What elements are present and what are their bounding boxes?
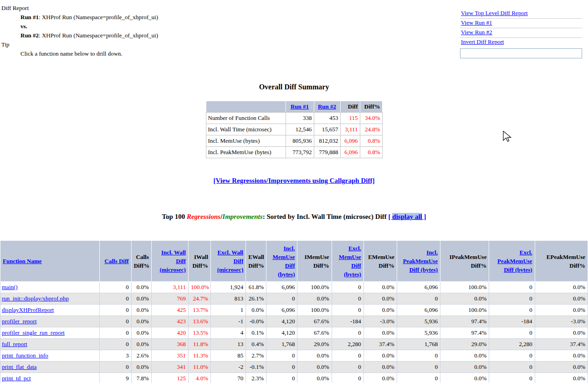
heading-prefix: Top 100 [162, 213, 186, 220]
summary-row-peakmemuse: Incl. PeakMemUse (bytes) 773,792 779,888… [206, 147, 382, 158]
sort-link-incl-wall-diff-microsec[interactable]: Incl. Wall Diff (microsec) [159, 249, 186, 273]
summary-run2-value: 812,032 [314, 135, 340, 147]
cell-ipeakmemuse-diff: 0.0% [440, 362, 489, 373]
cell-incl-wall-diff-microsec: 423 [151, 316, 188, 327]
display-all-link[interactable]: [ display all ] [389, 213, 426, 220]
cell-excl-wall-diff-microsec: 1,924 [211, 282, 246, 293]
cell-epeakmemuse-diff: 0.0% [535, 373, 588, 383]
cell-epeakmemuse-diff: 0.0% [535, 305, 588, 316]
cell-ewall-diff: 2.3% [246, 373, 266, 383]
column-header-excl-memuse-diff-bytes: Excl. MemUse Diff (bytes) [332, 241, 363, 282]
cell-ememuse-diff: 0.0% [363, 350, 397, 362]
function-row-displayxhprofreport: displayXHProfReport00.0%42513.7%10.0%6,0… [0, 305, 588, 316]
invert-diff-report-link[interactable]: Invert Diff Report [461, 38, 504, 45]
cell-ewall-diff: 26.1% [246, 293, 266, 305]
cell-excl-memuse-diff-bytes: 0 [332, 373, 363, 383]
sort-link-incl-peakmemuse-diff-bytes[interactable]: Incl. PeakMemUse Diff (bytes) [403, 249, 438, 273]
regressions-label: Regressions [187, 213, 220, 220]
report-header: Diff Report Run #1: XHProf Run (Namespac… [1, 4, 158, 58]
cell-calls-diff: 0.0% [131, 362, 151, 373]
cell-ewall-diff: 2.7% [246, 350, 266, 362]
function-link-full-report[interactable]: full_report [2, 341, 27, 347]
function-name-cell: run_init::display/xhprof.php [0, 293, 100, 305]
view-run-1-link[interactable]: View Run #1 [461, 19, 492, 26]
function-name-cell: print_flat_data [0, 362, 100, 373]
cell-excl-wall-diff-microsec: 70 [211, 373, 246, 383]
column-header-function-name: Function Name [0, 241, 100, 282]
vs-label: vs. [20, 22, 158, 31]
function-link-displayxhprofreport[interactable]: displayXHProfReport [2, 306, 54, 313]
column-header-ewall-diff: EWall Diff% [246, 241, 266, 282]
function-typeahead-input[interactable] [460, 48, 582, 58]
run1-desc: : XHProf Run (Namespace=profile_of_xhpro… [39, 14, 158, 21]
cell-ipeakmemuse-diff: 97.4% [440, 316, 489, 327]
cell-incl-memuse-diff-bytes: 0 [266, 350, 297, 362]
view-run-2-link[interactable]: View Run #2 [461, 29, 492, 36]
function-row-run-init-display-xhprof-php: run_init::display/xhprof.php00.0%76924.7… [0, 293, 588, 305]
cell-excl-peakmemuse-diff-bytes: 0 [489, 282, 535, 293]
run1-line: Run #1: XHProf Run (Namespace=profile_of… [20, 13, 158, 22]
summary-diffpct-value: 34.0% [360, 113, 382, 124]
cell-excl-wall-diff-microsec: 13 [211, 339, 246, 350]
summary-empty-header [206, 101, 286, 113]
cell-ewall-diff: -0.1% [246, 362, 266, 373]
function-link-run-init-display-xhprof-php[interactable]: run_init::display/xhprof.php [2, 295, 69, 302]
cell-excl-peakmemuse-diff-bytes: -184 [489, 316, 535, 327]
function-link-print-td-pct[interactable]: print_td_pct [2, 375, 31, 382]
cell-incl-peakmemuse-diff-bytes: 0 [397, 350, 440, 362]
cell-iwall-diff: 4.0% [188, 373, 210, 383]
cell-excl-memuse-diff-bytes: 2,280 [332, 339, 363, 350]
cell-imemuse-diff: 0.0% [297, 350, 332, 362]
callgraph-link-row: [View Regressions/Improvements using Cal… [0, 177, 588, 185]
run2-desc: : XHProf Run (Namespace=profile_of_xhpro… [39, 32, 158, 39]
sort-link-excl-wall-diff-microsec[interactable]: Excl. Wall Diff (microsec) [217, 249, 244, 273]
cell-iwall-diff: 13.7% [188, 305, 210, 316]
function-link-profiler-report[interactable]: profiler_report [2, 318, 37, 325]
cell-excl-memuse-diff-bytes: 0 [332, 362, 363, 373]
cell-calls-diff: 9 [99, 373, 131, 383]
cell-calls-diff: 0 [99, 305, 131, 316]
cell-ipeakmemuse-diff: 29.0% [440, 339, 489, 350]
function-name-cell: profiler_report [0, 316, 100, 327]
summary-diffpct-value: 0.8% [360, 135, 382, 147]
run1-column-link[interactable]: Run #1 [291, 103, 309, 110]
sort-link-calls-diff[interactable]: Calls Diff [105, 258, 129, 264]
column-header-excl-wall-diff-microsec: Excl. Wall Diff (microsec) [211, 241, 246, 282]
cell-ipeakmemuse-diff: 100.0% [440, 282, 489, 293]
cell-incl-peakmemuse-diff-bytes: 6,096 [397, 305, 440, 316]
function-link-profiler-single-run-report[interactable]: profiler_single_run_report [2, 329, 65, 336]
cell-iwall-diff: 13.6% [188, 316, 210, 327]
cell-epeakmemuse-diff: 0.0% [535, 350, 588, 362]
sort-link-excl-peakmemuse-diff-bytes[interactable]: Excl. PeakMemUse Diff (bytes) [497, 249, 532, 273]
cell-incl-wall-diff-microsec: 3,111 [151, 282, 188, 293]
summary-run2-header: Run #2 [314, 101, 340, 113]
run2-column-link[interactable]: Run #2 [318, 103, 336, 110]
function-link-main[interactable]: main() [2, 284, 18, 290]
cell-iwall-diff: 11.3% [188, 350, 210, 362]
cell-calls-diff: 0.0% [131, 316, 151, 327]
cell-imemuse-diff: 0.0% [297, 293, 332, 305]
nav-row: View Run #1 [460, 19, 582, 28]
function-link-print-function-info[interactable]: print_function_info [2, 352, 48, 359]
callgraph-diff-link[interactable]: [View Regressions/Improvements using Cal… [214, 177, 375, 184]
cell-imemuse-diff: 67.6% [297, 327, 332, 339]
function-link-print-flat-data[interactable]: print_flat_data [2, 363, 37, 370]
sort-link-excl-memuse-diff-bytes[interactable]: Excl. MemUse Diff (bytes) [339, 245, 361, 278]
summary-run1-value: 338 [286, 113, 314, 124]
summary-diff-value: 115 [340, 113, 360, 124]
display-all-bracket-close: ] [422, 213, 426, 220]
column-header-incl-wall-diff-microsec: Incl. Wall Diff (microsec) [151, 241, 188, 282]
cell-calls-diff: 0 [99, 362, 131, 373]
sort-link-incl-memuse-diff-bytes[interactable]: Incl. MemUse Diff (bytes) [272, 245, 295, 278]
cell-iwall-diff: 13.5% [188, 327, 210, 339]
tip-label: Tip [1, 40, 158, 49]
cell-incl-memuse-diff-bytes: 6,096 [266, 305, 297, 316]
sort-link-function-name[interactable]: Function Name [3, 258, 42, 264]
cell-calls-diff: 3 [99, 350, 131, 362]
summary-row-function-calls: Number of Function Calls 338 453 115 34.… [206, 113, 382, 124]
cell-epeakmemuse-diff: 0.0% [535, 282, 588, 293]
cell-ipeakmemuse-diff: 97.4% [440, 327, 489, 339]
view-top-level-diff-report-link[interactable]: View Top Level Diff Report [461, 10, 528, 16]
cell-incl-memuse-diff-bytes: 6,096 [266, 282, 297, 293]
column-header-ememuse-diff: EMemUse Diff% [363, 241, 397, 282]
